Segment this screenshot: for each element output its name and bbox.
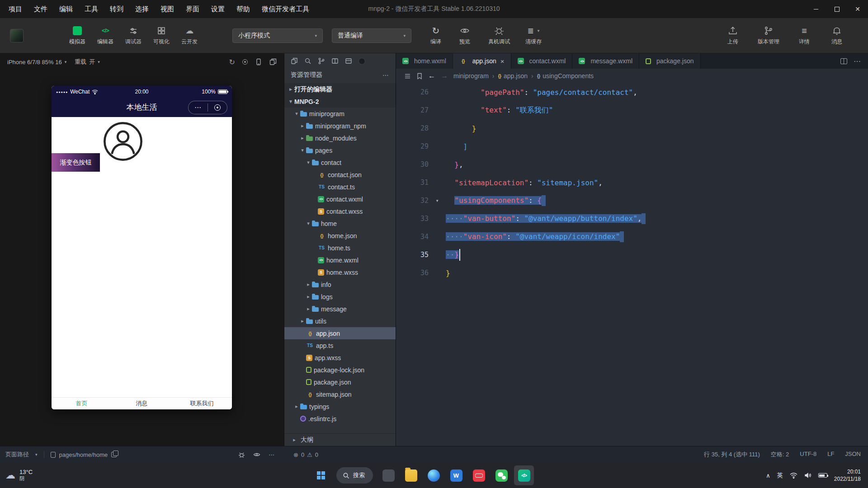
code-line-33[interactable]: 33····"van-button": "@vant/weapp/button/…: [396, 210, 868, 228]
code-line-35[interactable]: 35··}: [396, 246, 868, 264]
more-actions-icon[interactable]: ⋯: [382, 71, 389, 79]
tree-item-home.json[interactable]: {}home.json: [284, 230, 396, 242]
compile-mode-select[interactable]: 普通编译 ▾: [332, 28, 411, 43]
tree-item-miniprogram[interactable]: ▾miniprogram: [284, 108, 396, 120]
tree-item-pages[interactable]: ▾pages: [284, 144, 396, 156]
app-wechat-devtools[interactable]: [514, 465, 534, 485]
code-line-26[interactable]: 26 "pagePath": "pages/contact/contact",: [396, 83, 868, 101]
clear-cache-button[interactable]: ≣▾ 清缓存: [519, 25, 548, 46]
record-icon[interactable]: [242, 59, 248, 65]
warnings-icon[interactable]: ⚠: [307, 451, 312, 458]
message-button[interactable]: 消息: [824, 25, 850, 46]
bookmark-icon[interactable]: [416, 73, 423, 80]
close-tab-icon[interactable]: ×: [500, 57, 505, 65]
chevron-down-icon[interactable]: ▾: [287, 99, 294, 104]
clock-widget[interactable]: 20:01 2022/11/18: [834, 468, 861, 483]
tree-item-contact.wxss[interactable]: Scontact.wxss: [284, 205, 396, 217]
version-button[interactable]: 版本管理: [752, 25, 785, 46]
tab-home[interactable]: 首页: [52, 398, 112, 409]
list-icon[interactable]: [404, 73, 411, 80]
app-xiaohongshu[interactable]: [469, 465, 489, 485]
more-icon[interactable]: ⋯: [269, 451, 275, 458]
chevron-right-icon[interactable]: ▸: [299, 123, 306, 129]
start-button[interactable]: [311, 465, 331, 485]
ime-indicator[interactable]: 英: [777, 471, 783, 479]
refresh-icon[interactable]: ↻: [229, 58, 235, 66]
compile-button[interactable]: ↻ 编译: [421, 25, 450, 46]
editor-tab-package.json[interactable]: package.json: [639, 53, 701, 69]
split-icon[interactable]: [331, 57, 339, 65]
editor-tab-contact.wxml[interactable]: <>contact.wxml: [511, 53, 573, 69]
code-line-30[interactable]: 30 },: [396, 155, 868, 174]
eye-icon[interactable]: [253, 451, 260, 458]
code-line-28[interactable]: 28 }: [396, 119, 868, 137]
code-line-36[interactable]: 36}: [396, 264, 868, 282]
menu-界面[interactable]: 界面: [180, 0, 205, 18]
tree-item-.eslintrc.js[interactable]: .eslintrc.js: [284, 413, 396, 425]
device-select[interactable]: iPhone 6/7/8 85% 16 ▾: [7, 59, 66, 66]
tree-item-打开的编辑器[interactable]: ▸打开的编辑器: [284, 83, 396, 95]
app-edge[interactable]: [424, 465, 443, 485]
volume-icon[interactable]: [804, 472, 811, 479]
menu-选择[interactable]: 选择: [129, 0, 155, 18]
menu-文件[interactable]: 文件: [28, 0, 53, 18]
menu-转到[interactable]: 转到: [104, 0, 129, 18]
tree-item-package.json[interactable]: package.json: [284, 376, 396, 388]
chevron-right-icon[interactable]: ▸: [287, 86, 294, 92]
code-line-34[interactable]: 34····"van-icon": "@vant/weapp/icon/inde…: [396, 228, 868, 246]
tree-item-node_modules[interactable]: ▸node_modules: [284, 132, 396, 144]
tree-item-home.wxml[interactable]: <>home.wxml: [284, 254, 396, 266]
editor-tab-message.wxml[interactable]: <>message.wxml: [572, 53, 639, 69]
indent-setting[interactable]: 空格: 2: [771, 450, 789, 459]
git-branch-icon[interactable]: [318, 57, 325, 65]
chevron-up-icon[interactable]: ∧: [766, 472, 770, 479]
code-area[interactable]: 26 "pagePath": "pages/contact/contact",2…: [396, 83, 868, 446]
details-button[interactable]: ≡ 详情: [791, 25, 817, 46]
chevron-down-icon[interactable]: ▾: [299, 147, 306, 153]
editor-tab-app.json[interactable]: {}app.json×: [453, 53, 511, 69]
chevron-right-icon[interactable]: ▸: [299, 135, 306, 141]
project-avatar[interactable]: [10, 29, 24, 42]
tree-item-contact.wxml[interactable]: <>contact.wxml: [284, 193, 396, 205]
copy-icon[interactable]: [111, 452, 117, 457]
chevron-down-icon[interactable]: ▾: [293, 111, 300, 117]
preview-button[interactable]: 预览: [450, 25, 479, 46]
breadcrumb-app.json[interactable]: app.json: [504, 72, 528, 80]
tree-item-miniprogram_npm[interactable]: ▸miniprogram_npm: [284, 120, 396, 132]
tree-item-home[interactable]: ▾home: [284, 217, 396, 230]
exit-target-icon[interactable]: [208, 104, 227, 111]
tree-item-contact.ts[interactable]: TScontact.ts: [284, 181, 396, 193]
weather-widget[interactable]: ☁ 13°C 阴: [0, 469, 90, 482]
taskbar-search[interactable]: 搜索: [336, 467, 373, 483]
app-file-explorer[interactable]: [401, 465, 421, 485]
forward-arrow-icon[interactable]: →: [441, 72, 448, 80]
chevron-right-icon[interactable]: ▸: [299, 318, 306, 324]
code-line-29[interactable]: 29 ]: [396, 137, 868, 155]
wifi-icon[interactable]: [790, 473, 797, 479]
breadcrumb-miniprogram[interactable]: miniprogram: [453, 72, 489, 80]
code-line-31[interactable]: 31 "sitemapLocation": "sitemap.json",: [396, 174, 868, 192]
code-line-32[interactable]: 32▾ "usingComponents": {: [396, 192, 868, 210]
tree-item-sitemap.json[interactable]: {}sitemap.json: [284, 388, 396, 400]
reload-toggle[interactable]: 重载 开 ▾: [75, 58, 100, 66]
split-editor-icon[interactable]: [840, 58, 847, 64]
tree-item-home.ts[interactable]: TShome.ts: [284, 242, 396, 254]
tree-item-contact.json[interactable]: {}contact.json: [284, 169, 396, 181]
tab-contact[interactable]: 联系我们: [172, 398, 232, 409]
minimize-button[interactable]: ─: [806, 0, 826, 18]
menu-工具[interactable]: 工具: [79, 0, 104, 18]
menu-微信开发者工具[interactable]: 微信开发者工具: [256, 0, 315, 18]
chevron-right-icon[interactable]: ▸: [305, 306, 312, 312]
search-icon[interactable]: [304, 57, 311, 65]
back-arrow-icon[interactable]: ←: [428, 72, 435, 80]
tree-item-home.wxss[interactable]: Shome.wxss: [284, 266, 396, 278]
capsule-menu[interactable]: ⋯: [188, 101, 227, 114]
gradient-button[interactable]: 渐变色按钮: [52, 153, 100, 172]
tree-item-contact[interactable]: ▾contact: [284, 156, 396, 169]
tree-item-app.json[interactable]: {}app.json: [284, 327, 396, 339]
code-line-27[interactable]: 27 "text": "联系我们": [396, 101, 868, 119]
tree-item-MNPG-2[interactable]: ▾MNPG-2: [284, 95, 396, 108]
menu-编辑[interactable]: 编辑: [53, 0, 79, 18]
breadcrumb-usingComponents[interactable]: usingComponents: [542, 72, 594, 80]
app-gray[interactable]: [378, 465, 398, 485]
